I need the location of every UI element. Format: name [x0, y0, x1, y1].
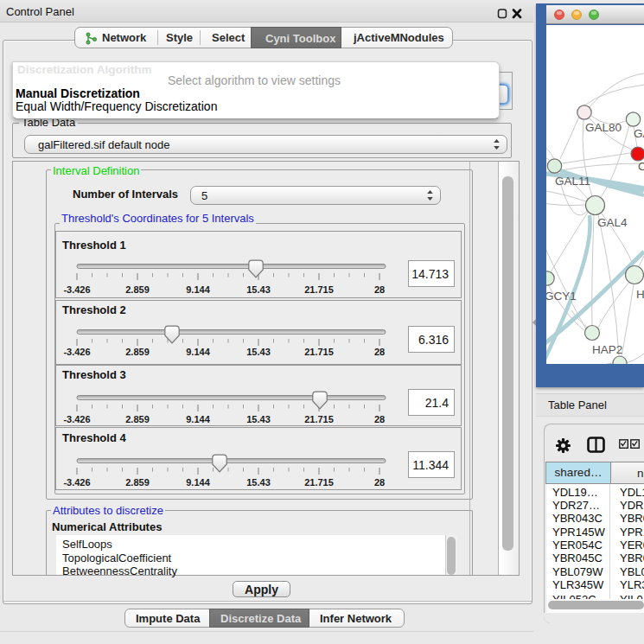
- svg-text:GAL4: GAL4: [597, 216, 628, 229]
- svg-text:21.715: 21.715: [304, 347, 334, 357]
- svg-text:15.43: 15.43: [246, 414, 271, 424]
- svg-text:28: 28: [374, 347, 385, 357]
- svg-text:9.144: 9.144: [186, 477, 210, 488]
- svg-text:2.859: 2.859: [125, 414, 150, 424]
- svg-text:28: 28: [374, 414, 385, 424]
- svg-text:2.859: 2.859: [125, 477, 150, 488]
- svg-text:C: C: [638, 160, 644, 173]
- svg-text:9.144: 9.144: [186, 284, 210, 295]
- svg-text:15.43: 15.43: [246, 284, 271, 295]
- svg-text:-3.426: -3.426: [63, 477, 90, 488]
- svg-text:2.859: 2.859: [125, 284, 150, 295]
- svg-text:28: 28: [374, 284, 385, 295]
- svg-text:GCY1: GCY1: [546, 290, 577, 303]
- svg-text:21.715: 21.715: [304, 284, 334, 295]
- svg-text:9.144: 9.144: [186, 347, 210, 357]
- svg-text:21.715: 21.715: [304, 414, 334, 424]
- svg-text:GA: GA: [634, 127, 644, 140]
- svg-text:15.43: 15.43: [246, 347, 271, 357]
- svg-text:HAP2: HAP2: [592, 343, 622, 356]
- svg-text:H: H: [636, 288, 644, 301]
- svg-text:2.859: 2.859: [125, 347, 150, 357]
- svg-text:GAL80: GAL80: [585, 121, 622, 134]
- svg-text:-3.426: -3.426: [63, 414, 90, 424]
- svg-text:28: 28: [374, 477, 385, 488]
- svg-text:GAL11: GAL11: [555, 175, 590, 188]
- svg-text:21.715: 21.715: [304, 477, 334, 488]
- svg-text:9.144: 9.144: [186, 414, 210, 424]
- svg-text:15.43: 15.43: [246, 477, 271, 488]
- svg-text:-3.426: -3.426: [63, 347, 90, 357]
- svg-text:-3.426: -3.426: [63, 284, 90, 295]
